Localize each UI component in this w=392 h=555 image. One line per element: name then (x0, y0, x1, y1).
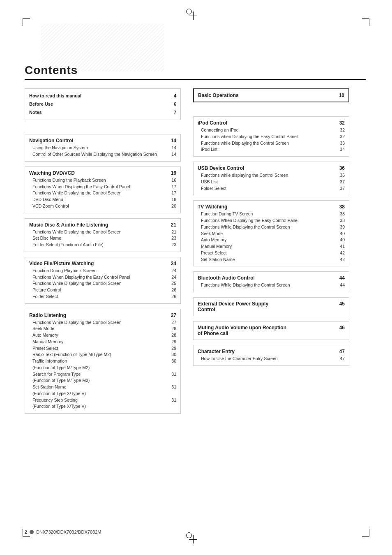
tv-entry-7: Preset Select 42 (198, 250, 345, 257)
section-muting: Muting Audio Volume upon Receptionof Pho… (193, 321, 349, 340)
trim-mark-tl-v (23, 18, 23, 26)
music-entry-3: Folder Select (Function of Audio File) 2… (29, 242, 176, 248)
bt-entry-1: Functions While Displaying the Control S… (198, 282, 345, 289)
nav-entry-1: Using the Navigation System 14 (29, 145, 176, 151)
ipod-entry-1: Connecting an iPod 32 (198, 127, 345, 134)
usb-entry-2: USB List 37 (198, 179, 345, 185)
tv-entry-6: Manual Memory 41 (198, 243, 345, 250)
section-video: Video File/Picture Watching 24 Function … (25, 257, 181, 304)
video-entry-2: Functions When Displaying the Easy Contr… (29, 274, 176, 281)
section-music: Music Disc & Audio File Listening 21 Fun… (25, 218, 181, 252)
section-character: Character Entry 47 How To Use the Charac… (193, 345, 349, 366)
footer: 2 DNX7320/DDX7032/DDX7032M (25, 530, 101, 534)
tv-entry-1: Function During TV Screen 38 (198, 211, 345, 217)
title-underline (25, 79, 366, 80)
external-page: 45 (337, 301, 345, 307)
char-entry-1: How To Use the Character Entry Screen 47 (198, 356, 345, 362)
toc-wrapper: How to read this manual 4 Before Use 6 N… (25, 88, 362, 414)
col-right: Basic Operations 10 iPod Control 32 Conn… (193, 88, 349, 414)
section-bluetooth: Bluetooth Audio Control 44 Functions Whi… (193, 271, 349, 292)
radio-entry-2: Seek Mode 28 (29, 326, 176, 332)
muting-page: 46 (337, 325, 345, 331)
section-dvd: Watching DVD/VCD 16 Functions During the… (25, 166, 181, 213)
basic-operations-page: 10 (339, 92, 344, 98)
reg-mark-bottom (189, 535, 197, 543)
basic-operations-title: Basic Operations (198, 92, 239, 98)
section-tv: TV Watching 38 Function During TV Screen… (193, 200, 349, 266)
tv-entry-2: Functions When Displaying the Easy Contr… (198, 217, 345, 224)
section-music-title: Music Disc & Audio File Listening 21 (29, 222, 176, 228)
section-radio-title: Radio Listening 27 (29, 312, 176, 318)
circle-mark-bottom (186, 532, 192, 538)
section-dvd-title: Watching DVD/VCD 16 (29, 170, 176, 176)
intro-item-how: How to read this manual 4 (29, 92, 176, 100)
dvd-entry-3: Functions While Displaying the Control S… (29, 190, 176, 197)
trim-mark-bl-v (23, 529, 23, 536)
nav-entry-2: Control of Other Sources While Displayin… (29, 151, 176, 158)
dvd-entry-5: VCD Zoom Control 20 (29, 203, 176, 210)
video-entry-3: Functions While Displaying the Control S… (29, 280, 176, 287)
section-usb: USB Device Control 36 Functions while di… (193, 162, 349, 195)
intro-item-before: Before Use 6 (29, 100, 176, 109)
footer-bullet-icon (30, 530, 34, 534)
section-ipod-title: iPod Control 32 (198, 120, 345, 126)
section-external: External Device Power SupplyControl 45 (193, 297, 349, 316)
section-video-title: Video File/Picture Watching 24 (29, 261, 176, 266)
tv-entry-8: Set Station Name 42 (198, 257, 345, 263)
section-char-title: Character Entry 47 (198, 349, 345, 354)
section-bt-title: Bluetooth Audio Control 44 (198, 275, 345, 281)
spacer1 (25, 125, 181, 129)
radio-entry-3: Auto Memory 28 (29, 332, 176, 339)
section-ipod: iPod Control 32 Connecting an iPod 32 Fu… (193, 116, 349, 157)
dvd-entry-2: Functions When Displaying the Easy Contr… (29, 184, 176, 190)
tv-entry-5: Auto Memory 40 (198, 237, 345, 243)
radio-entry-7: Traffic Information(Function of Type M/T… (29, 358, 176, 371)
circle-mark (186, 9, 192, 14)
radio-entry-9: Set Station Name(Function of Type X/Type… (29, 384, 176, 397)
tv-entry-4: Seek Mode 40 (198, 231, 345, 237)
footer-page-num: 2 (25, 530, 27, 534)
trim-mark-tr-v (369, 18, 369, 26)
intro-box: How to read this manual 4 Before Use 6 N… (25, 88, 181, 120)
radio-entry-6: Radio Text (Function of Type M/Type M2) … (29, 352, 176, 358)
tv-entry-3: Functions While Displaying the Control S… (198, 224, 345, 231)
video-entry-1: Function During Playback Screen 24 (29, 268, 176, 274)
page: Contents How to read this manual 4 Befor… (0, 0, 392, 555)
footer-model: DNX7320/DDX7032/DDX7032M (36, 530, 101, 534)
trim-mark-tr-h (362, 18, 369, 19)
ipod-entry-4: iPod List 34 (198, 146, 345, 153)
usb-entry-3: Folder Select 37 (198, 185, 345, 192)
music-entry-1: Functions While Displaying the Control S… (29, 229, 176, 236)
spacer-r1 (193, 107, 349, 111)
radio-entry-5: Preset Select 29 (29, 345, 176, 352)
section-usb-title: USB Device Control 36 (198, 165, 345, 171)
external-title: External Device Power SupplyControl (198, 301, 337, 312)
intro-item-notes: Notes 7 (29, 109, 176, 117)
radio-entry-10: Frequency Step Setting(Function of Type … (29, 397, 176, 410)
external-title-row: External Device Power SupplyControl 45 (198, 301, 345, 312)
radio-entry-4: Manual Memory 29 (29, 339, 176, 345)
video-entry-5: Folder Select 26 (29, 294, 176, 300)
page-title: Contents (25, 64, 366, 80)
section-navigation: Navigation Control 14 Using the Navigati… (25, 134, 181, 162)
trim-mark-br-v (369, 529, 369, 536)
reg-mark-top (189, 12, 197, 20)
section-radio: Radio Listening 27 Functions While Displ… (25, 309, 181, 414)
section-nav-title: Navigation Control 14 (29, 138, 176, 143)
trim-mark-tl-h (23, 18, 30, 19)
trim-mark-bl-h (23, 536, 30, 536)
video-entry-4: Picture Control 26 (29, 287, 176, 294)
radio-entry-1: Functions While Displaying the Control S… (29, 319, 176, 326)
ipod-entry-2: Functions when Displaying the Easy Contr… (198, 134, 345, 140)
col-left: How to read this manual 4 Before Use 6 N… (25, 88, 181, 414)
section-tv-title: TV Watching 38 (198, 204, 345, 210)
trim-mark-br-h (362, 536, 369, 536)
ipod-entry-3: Functions while Displaying the Control S… (198, 140, 345, 147)
radio-entry-8: Search for Program Type(Function of Type… (29, 371, 176, 384)
muting-title: Muting Audio Volume upon Receptionof Pho… (198, 325, 337, 336)
basic-operations-box: Basic Operations 10 (193, 88, 349, 102)
dvd-entry-4: DVD Disc Menu 18 (29, 197, 176, 203)
usb-entry-1: Functions while displaying the Control S… (198, 172, 345, 179)
dvd-entry-1: Functions During the Playback Screen 16 (29, 177, 176, 184)
muting-title-row: Muting Audio Volume upon Receptionof Pho… (198, 325, 345, 336)
